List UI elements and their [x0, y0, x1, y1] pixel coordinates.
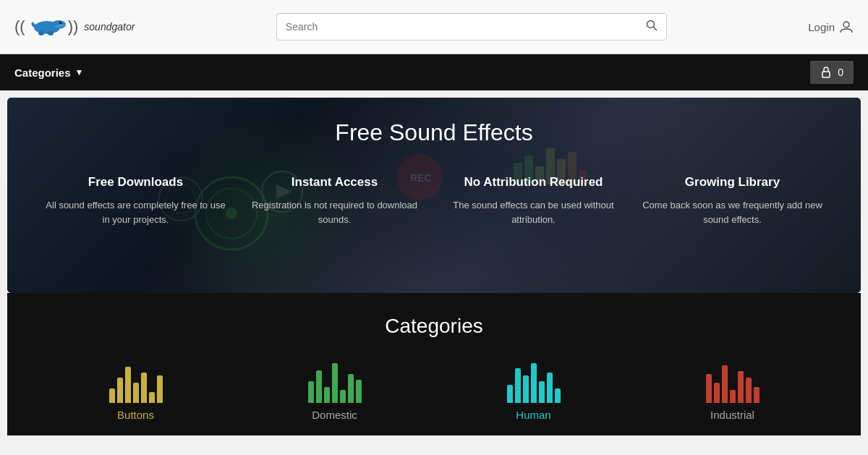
bar — [706, 374, 712, 403]
search-icon — [646, 20, 658, 31]
bar — [738, 371, 744, 403]
svg-line-7 — [653, 27, 657, 31]
bar — [157, 375, 163, 403]
bar — [754, 387, 760, 403]
hero-banner: REC Free Sound Effects Free Downloads Al… — [7, 98, 861, 293]
buttons-visual — [36, 360, 235, 403]
category-domestic-label: Domestic — [235, 409, 434, 421]
feature-growing-library-desc: Come back soon as we frequently add new … — [640, 198, 825, 226]
hero-features: Free Downloads All sound effects are com… — [7, 175, 861, 226]
bar — [555, 388, 561, 403]
bar — [356, 380, 362, 403]
category-industrial[interactable]: Industrial — [633, 360, 832, 421]
bar — [125, 367, 131, 403]
logo-area: (( — [14, 12, 135, 42]
categories-grid: Buttons Domestic — [22, 360, 846, 421]
feature-instant-access-desc: Registration is not required to download… — [242, 198, 427, 226]
user-icon — [839, 20, 854, 34]
feature-growing-library-title: Growing Library — [640, 175, 825, 190]
feature-free-downloads: Free Downloads All sound effects are com… — [36, 175, 235, 226]
bar — [523, 375, 529, 403]
bar — [507, 385, 513, 403]
feature-instant-access-title: Instant Access — [242, 175, 427, 190]
categories-nav-label: Categories — [14, 67, 71, 79]
bar — [133, 383, 139, 403]
feature-no-attribution-title: No Attribution Required — [441, 175, 626, 190]
bar — [149, 392, 155, 403]
bar — [746, 378, 752, 403]
search-button[interactable] — [646, 20, 658, 34]
bar — [308, 381, 314, 403]
gator-svg — [27, 12, 67, 42]
svg-point-5 — [48, 31, 54, 35]
svg-point-2 — [59, 21, 62, 24]
category-domestic[interactable]: Domestic — [235, 360, 434, 421]
bar — [515, 368, 521, 403]
bar — [348, 374, 354, 403]
feature-no-attribution: No Attribution Required The sound effect… — [434, 175, 633, 226]
human-visual — [434, 360, 633, 403]
bar — [316, 370, 322, 403]
bar — [332, 363, 338, 403]
bar — [730, 390, 736, 403]
category-human[interactable]: Human — [434, 360, 633, 421]
bar — [539, 381, 545, 403]
category-buttons[interactable]: Buttons — [36, 360, 235, 421]
domestic-visual — [235, 360, 434, 403]
svg-point-6 — [647, 21, 654, 28]
feature-instant-access: Instant Access Registration is not requi… — [235, 175, 434, 226]
wave-right-icon: )) — [68, 17, 79, 36]
logo-text: soundgator — [84, 21, 135, 33]
cart-button[interactable]: 0 — [810, 61, 854, 84]
search-area — [276, 13, 667, 41]
category-human-label: Human — [434, 409, 633, 421]
categories-section: Categories Buttons — [7, 293, 861, 435]
svg-point-4 — [38, 31, 44, 35]
login-button[interactable]: Login — [808, 20, 854, 34]
categories-section-title: Categories — [22, 315, 846, 338]
category-industrial-label: Industrial — [633, 409, 832, 421]
wave-left-icon: (( — [14, 17, 25, 36]
svg-rect-9 — [822, 72, 830, 77]
bar — [340, 390, 346, 403]
feature-no-attribution-desc: The sound effects can be used without at… — [441, 198, 626, 226]
auth-area: Login — [808, 20, 854, 34]
industrial-visual — [633, 360, 832, 403]
bar — [324, 387, 330, 403]
search-box — [276, 13, 667, 41]
bar — [531, 363, 537, 403]
bar — [714, 383, 720, 403]
cart-count: 0 — [838, 67, 843, 78]
categories-nav-button[interactable]: Categories ▼ — [14, 67, 83, 79]
bar — [117, 378, 123, 403]
bar — [141, 373, 147, 403]
svg-point-8 — [843, 22, 849, 27]
hero-content: Free Sound Effects Free Downloads All so… — [7, 98, 861, 226]
bar — [109, 388, 115, 403]
navbar: Categories ▼ 0 — [0, 54, 868, 90]
chevron-down-icon: ▼ — [75, 67, 84, 77]
feature-free-downloads-desc: All sound effects are completely free to… — [43, 198, 228, 226]
hero-title: Free Sound Effects — [335, 119, 532, 146]
svg-point-3 — [60, 22, 61, 22]
bar — [547, 373, 553, 403]
login-label: Login — [808, 21, 835, 33]
category-buttons-label: Buttons — [36, 409, 235, 421]
feature-free-downloads-title: Free Downloads — [43, 175, 228, 190]
header: (( — [0, 0, 868, 54]
feature-growing-library: Growing Library Come back soon as we fre… — [633, 175, 832, 226]
search-input[interactable] — [286, 21, 646, 33]
logo-icon: (( — [14, 12, 78, 42]
lock-icon — [820, 67, 832, 78]
bar — [722, 365, 728, 403]
